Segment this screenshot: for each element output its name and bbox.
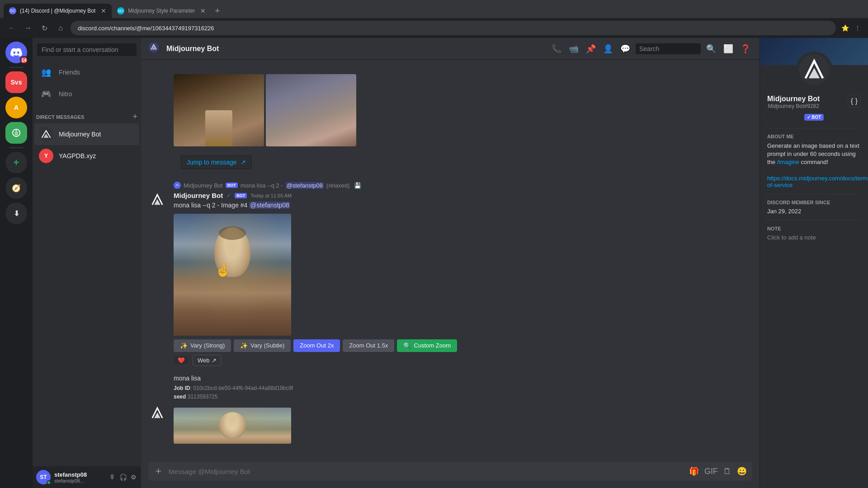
jump-to-message-button[interactable]: Jump to message ↗ bbox=[181, 155, 252, 169]
zoom-out-2x-button[interactable]: Zoom Out 2x bbox=[293, 339, 340, 352]
back-button[interactable]: ← bbox=[5, 22, 18, 34]
web-button[interactable]: Web ↗ bbox=[193, 355, 222, 366]
dm-section-header: DIRECT MESSAGES + bbox=[33, 105, 141, 123]
add-friend-button[interactable]: 👤 bbox=[601, 42, 615, 56]
job-info-group: mona lisa Job ID: 010c2bcd-be50-44f6-94a… bbox=[141, 370, 760, 403]
gif-button[interactable]: GIF bbox=[703, 465, 720, 478]
message-input[interactable] bbox=[169, 463, 684, 480]
emoji-button[interactable]: 😀 bbox=[735, 465, 749, 478]
dm-item-yagpdb[interactable]: Y YAGPDB.xyz bbox=[34, 145, 139, 167]
tab-close-midjourney[interactable]: ✕ bbox=[200, 7, 206, 14]
url-text: discord.com/channels/@me/106344374919731… bbox=[78, 25, 214, 32]
message-mention[interactable]: @stefanstp08 bbox=[249, 202, 290, 209]
user-settings-button[interactable]: ⚙ bbox=[130, 473, 137, 482]
command-line: Midjourney Bot BOT mona lisa --q 2 - @st… bbox=[174, 182, 752, 189]
tab-title-midjourney: Midjourney Style Parameter bbox=[128, 8, 195, 14]
message-avatar-mj[interactable] bbox=[148, 191, 166, 209]
server-divider-2 bbox=[9, 147, 24, 148]
message-input-wrap: + 🎁 GIF 🗒 😀 bbox=[148, 462, 752, 481]
message-author[interactable]: Midjourney Bot bbox=[174, 192, 223, 199]
inbox-button[interactable]: ⬜ bbox=[722, 42, 735, 56]
note-input[interactable]: Click to add a note bbox=[767, 234, 861, 241]
nav-item-nitro[interactable]: 🎮 Nitro bbox=[34, 83, 139, 105]
dm-section-label: DIRECT MESSAGES bbox=[36, 114, 84, 120]
vary-strong-icon: ✨ bbox=[180, 342, 188, 349]
discord-notification-badge: 14 bbox=[20, 56, 28, 64]
profile-discriminator: Midjourney Bot#9282 bbox=[767, 103, 820, 109]
profile-extra-button[interactable]: { } bbox=[848, 95, 861, 108]
custom-zoom-button[interactable]: 🔍 Custom Zoom bbox=[397, 339, 457, 352]
call-button[interactable]: 📞 bbox=[550, 42, 563, 56]
server-icon-unknown2[interactable] bbox=[5, 122, 27, 144]
command-bot-badge: BOT bbox=[226, 183, 238, 188]
forward-button[interactable]: → bbox=[22, 22, 34, 34]
home-button[interactable]: ⌂ bbox=[54, 22, 67, 34]
next-message-avatar[interactable] bbox=[148, 404, 166, 422]
new-tab-button[interactable]: + bbox=[211, 6, 223, 16]
profile-name-area: Midjourney Bot Midjourney Bot#9282 bbox=[767, 95, 820, 109]
server-icon-discord[interactable]: 14 bbox=[5, 42, 27, 63]
messages-area[interactable]: Jump to message ↗ Midjourney Bot BOT mon… bbox=[141, 60, 760, 462]
search-button[interactable]: 🔍 bbox=[704, 42, 718, 56]
attach-button[interactable]: + bbox=[152, 462, 165, 481]
video-button[interactable]: 📹 bbox=[567, 42, 580, 56]
dm-add-button[interactable]: + bbox=[132, 112, 137, 122]
terms-link[interactable]: https://docs.midjourney.com/docs/terms-o… bbox=[767, 175, 861, 188]
main-content: Midjourney Bot 📞 📹 📌 👤 💬 🔍 ⬜ ❓ bbox=[141, 38, 760, 488]
command-mention[interactable]: @stefanstp08 bbox=[286, 182, 324, 189]
help-button[interactable]: ❓ bbox=[739, 42, 752, 56]
threads-button[interactable]: 💬 bbox=[618, 42, 632, 56]
gift-button[interactable]: 🎁 bbox=[687, 465, 701, 478]
header-actions: 📞 📹 📌 👤 💬 🔍 ⬜ ❓ bbox=[550, 42, 752, 56]
tab-title-discord: (14) Discord | @Midjourney Bot bbox=[20, 8, 95, 14]
command-user-label: Midjourney Bot bbox=[184, 182, 223, 189]
member-since-title: DISCORD MEMBER SINCE bbox=[767, 200, 861, 205]
dm-search-input[interactable] bbox=[37, 43, 137, 56]
zoom-out-15x-button[interactable]: Zoom Out 1.5x bbox=[343, 339, 394, 352]
zoom-out-2x-label: Zoom Out 2x bbox=[300, 342, 334, 349]
search-input[interactable] bbox=[636, 43, 701, 54]
job-info: mona lisa Job ID: 010c2bcd-be50-44f6-94a… bbox=[174, 373, 752, 402]
browser-actions: ⭐ ⋮ bbox=[840, 23, 863, 33]
address-bar[interactable]: discord.com/channels/@me/106344374919731… bbox=[71, 21, 836, 35]
mona-lisa-image[interactable]: ☝ bbox=[174, 214, 291, 336]
heart-emoji: ❤️ bbox=[178, 357, 185, 364]
command-save-icon: 💾 bbox=[354, 182, 361, 189]
friends-icon: 👥 bbox=[39, 65, 53, 80]
jump-icon: ↗ bbox=[241, 159, 246, 166]
pin-button[interactable]: 📌 bbox=[584, 42, 598, 56]
top-image-1[interactable] bbox=[174, 74, 264, 146]
sticker-button[interactable]: 🗒 bbox=[722, 465, 733, 478]
user-mic-button[interactable]: 🎙 bbox=[108, 473, 117, 482]
midjourney-avatar bbox=[39, 127, 53, 141]
reactions-row: ❤️ Web ↗ bbox=[174, 355, 752, 366]
vary-strong-button[interactable]: ✨ Vary (Strong) bbox=[174, 339, 231, 352]
more-button[interactable]: ⋮ bbox=[853, 23, 863, 33]
tab-close-discord[interactable]: ✕ bbox=[101, 7, 106, 14]
heart-reaction[interactable]: ❤️ bbox=[174, 356, 189, 365]
dm-item-midjourney[interactable]: Midjourney Bot bbox=[34, 123, 139, 145]
nav-item-friends[interactable]: 👥 Friends bbox=[34, 61, 139, 83]
vary-subtle-button[interactable]: ✨ Vary (Subtle) bbox=[234, 339, 291, 352]
channel-dm-icon bbox=[148, 42, 159, 55]
server-icon-unknown1[interactable]: A bbox=[5, 97, 27, 118]
command-user-icon bbox=[174, 182, 181, 189]
message-group-mona: Midjourney Bot BOT mona lisa --q 2 - @st… bbox=[141, 174, 760, 370]
yagpdb-dm-name: YAGPDB.xyz bbox=[59, 152, 96, 160]
tab-midjourney[interactable]: MJ Midjourney Style Parameter ✕ bbox=[112, 4, 211, 18]
server-download-button[interactable]: ⬇ bbox=[5, 202, 27, 224]
top-image-2[interactable] bbox=[266, 74, 356, 146]
server-discover-button[interactable]: 🧭 bbox=[5, 177, 27, 199]
server-label-svs: Svs bbox=[11, 79, 22, 86]
user-headset-button[interactable]: 🎧 bbox=[118, 473, 128, 482]
tab-discord[interactable]: DC (14) Discord | @Midjourney Bot ✕ bbox=[4, 4, 112, 18]
next-mona-image[interactable] bbox=[174, 408, 291, 444]
reload-button[interactable]: ↻ bbox=[38, 22, 51, 34]
cursor-pointer: ☝ bbox=[213, 261, 231, 279]
extensions-button[interactable]: ⭐ bbox=[840, 23, 851, 33]
channel-header: Midjourney Bot 📞 📹 📌 👤 💬 🔍 ⬜ ❓ bbox=[141, 38, 760, 60]
imagine-link[interactable]: /imagine bbox=[777, 159, 799, 165]
profile-divider-3 bbox=[767, 220, 861, 221]
server-icon-svs[interactable]: Svs bbox=[5, 71, 27, 93]
server-add-button[interactable]: + bbox=[5, 152, 27, 174]
